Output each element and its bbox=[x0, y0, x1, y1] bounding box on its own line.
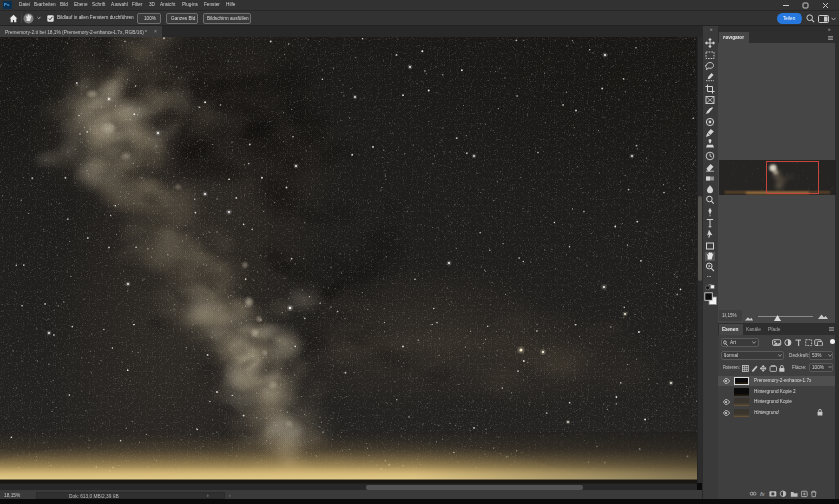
svg-text:fx: fx bbox=[760, 490, 766, 497]
